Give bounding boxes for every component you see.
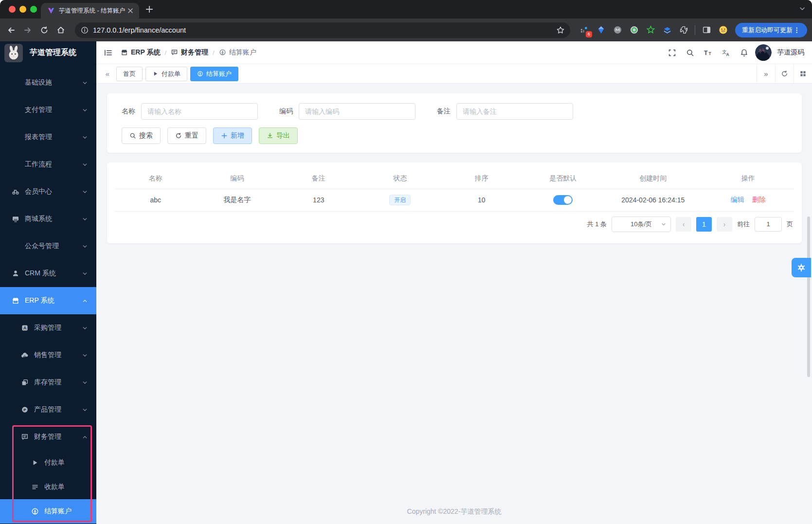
breadcrumb-separator: / — [213, 49, 215, 56]
chevron-down-icon — [82, 189, 88, 195]
cell-remark: 123 — [278, 189, 360, 211]
address-bar[interactable]: 127.0.0.1/erp/finance/account — [75, 22, 570, 38]
column-header: 操作 — [703, 168, 794, 189]
forward-button[interactable] — [19, 22, 36, 38]
scroll-tabs-left-icon[interactable]: « — [101, 70, 114, 78]
sidebar-item-infrastructure[interactable]: 基础设施 — [0, 69, 96, 96]
extension-gray-circle-icon[interactable] — [609, 22, 626, 38]
sidebar-item-purchase-mgmt[interactable]: A采购管理 — [0, 314, 96, 342]
site-logo-icon — [47, 7, 55, 15]
breadcrumb-item[interactable]: ERP 系统 — [121, 48, 160, 57]
sidebar-item-label: 销售管理 — [34, 351, 61, 360]
sidebar-item-settle-account[interactable]: 结算账户 — [0, 499, 96, 524]
sidebar-item-label: 产品管理 — [34, 405, 61, 414]
user-avatar[interactable]: 义乌 — [755, 44, 772, 61]
search-button[interactable]: 搜索 — [122, 127, 161, 144]
font-size-icon[interactable]: TT — [701, 46, 715, 59]
edit-link[interactable]: 编辑 — [731, 196, 744, 203]
refresh-page-icon[interactable] — [775, 64, 794, 83]
page-tab-结算账户[interactable]: 结算账户 — [190, 67, 238, 81]
sidebar-item-member-center[interactable]: 会员中心 — [0, 178, 96, 205]
svg-text:T: T — [708, 51, 711, 55]
sidebar-item-product-mgmt[interactable]: P产品管理 — [0, 396, 96, 423]
prev-page-button[interactable]: ‹ — [676, 217, 691, 232]
minimize-window-button[interactable] — [19, 6, 26, 13]
gear-icon — [797, 263, 806, 272]
mall-icon — [12, 215, 20, 223]
page-size-select[interactable]: 10条/页 — [612, 217, 671, 232]
sidebar-item-payment-order[interactable]: 付款单 — [0, 451, 96, 475]
collapse-sidebar-icon[interactable] — [101, 46, 115, 59]
breadcrumb-item[interactable]: 财务管理 — [171, 48, 208, 57]
name-input[interactable] — [141, 103, 258, 120]
data-table: 名称编码备注状态排序是否默认创建时间操作 abc我是名字123开启102024-… — [115, 168, 794, 212]
goto-page-input[interactable] — [755, 217, 782, 232]
svg-text:P: P — [23, 408, 26, 412]
member-icon — [12, 188, 20, 196]
current-page-button[interactable]: 1 — [696, 217, 712, 232]
sidebar-item-label: 基础设施 — [25, 78, 52, 87]
search-icon[interactable] — [683, 46, 697, 59]
back-button[interactable] — [3, 22, 19, 38]
extension-diamond-icon[interactable] — [593, 22, 609, 38]
tab-search-chevron-icon[interactable] — [798, 5, 806, 13]
page-scrollbar[interactable] — [807, 217, 810, 377]
sidebar-item-crm-system[interactable]: CRM 系统 — [0, 260, 96, 287]
finance-icon — [171, 49, 179, 56]
add-button[interactable]: 新增 — [213, 127, 252, 144]
payment-icon — [152, 71, 159, 77]
extension-star-icon[interactable] — [642, 22, 659, 38]
sidebar-item-mall-system[interactable]: 商城系统 — [0, 205, 96, 233]
site-info-icon[interactable] — [81, 26, 89, 34]
sidebar-item-receipt-order[interactable]: 收款单 — [0, 475, 96, 499]
close-tab-icon[interactable] — [126, 7, 134, 15]
sidebar-item-erp-system[interactable]: ERP 系统 — [0, 287, 96, 314]
close-window-button[interactable] — [9, 6, 16, 13]
username[interactable]: 芋道源码 — [777, 48, 804, 57]
extensions-puzzle-icon[interactable] — [675, 22, 692, 38]
side-panel-icon[interactable] — [698, 22, 715, 38]
page-tab-首页[interactable]: 首页 — [116, 67, 143, 81]
reset-button-icon — [175, 132, 182, 139]
svg-text:A: A — [726, 52, 729, 56]
sidebar-item-stock-mgmt[interactable]: 库存管理 — [0, 369, 96, 396]
sidebar-item-mp-mgmt[interactable]: 公众号管理 — [0, 233, 96, 260]
chevron-down-icon — [82, 107, 88, 113]
next-page-button[interactable]: › — [717, 217, 732, 232]
delete-link[interactable]: 删除 — [752, 196, 766, 203]
sidebar-item-sale-mgmt[interactable]: 销售管理 — [0, 342, 96, 369]
bookmark-star-icon[interactable] — [556, 26, 565, 35]
sidebar-item-workflow[interactable]: 工作流程 — [0, 151, 96, 178]
update-chrome-button[interactable]: 重新启动即可更新 — [735, 23, 807, 37]
extension-layers-icon[interactable] — [659, 22, 675, 38]
remark-input[interactable] — [456, 103, 573, 120]
sidebar-item-report-mgmt[interactable]: 报表管理 — [0, 124, 96, 151]
breadcrumb: ERP 系统/财务管理/结算账户 — [121, 48, 256, 57]
sidebar-item-payment-mgmt[interactable]: 支付管理 — [0, 96, 96, 124]
export-button[interactable]: 导出 — [259, 127, 298, 144]
settings-drawer-button[interactable] — [792, 258, 811, 277]
extension-green-ring-icon[interactable] — [626, 22, 642, 38]
browser-menu-kebab-icon[interactable] — [796, 27, 803, 34]
fullscreen-icon[interactable] — [665, 46, 679, 59]
new-tab-button[interactable] — [145, 5, 154, 14]
extension-stats-icon[interactable]: 6 — [576, 22, 593, 38]
notification-bell-icon[interactable] — [737, 46, 751, 59]
code-input[interactable] — [299, 103, 415, 120]
app-logo[interactable]: 芋道管理系统 — [0, 41, 96, 64]
url-text[interactable]: 127.0.0.1/erp/finance/account — [93, 26, 556, 34]
sidebar-item-finance-mgmt[interactable]: 财务管理 — [0, 423, 96, 451]
profile-emoji-icon[interactable] — [715, 22, 731, 38]
layout-grid-icon[interactable] — [794, 64, 812, 83]
scroll-tabs-right-icon[interactable]: » — [757, 64, 775, 83]
language-icon[interactable]: 文A — [719, 46, 733, 59]
home-button[interactable] — [53, 22, 69, 38]
maximize-window-button[interactable] — [30, 6, 37, 13]
page-tab-付款单[interactable]: 付款单 — [145, 67, 187, 81]
reset-button[interactable]: 重置 — [167, 127, 206, 144]
browser-toolbar: 127.0.0.1/erp/finance/account 6 — [0, 18, 812, 41]
breadcrumb-item[interactable]: 结算账户 — [219, 48, 256, 57]
browser-tab[interactable]: 芋道管理系统 - 结算账户 — [41, 3, 139, 18]
default-toggle[interactable] — [553, 195, 573, 205]
reload-button[interactable] — [36, 22, 53, 38]
